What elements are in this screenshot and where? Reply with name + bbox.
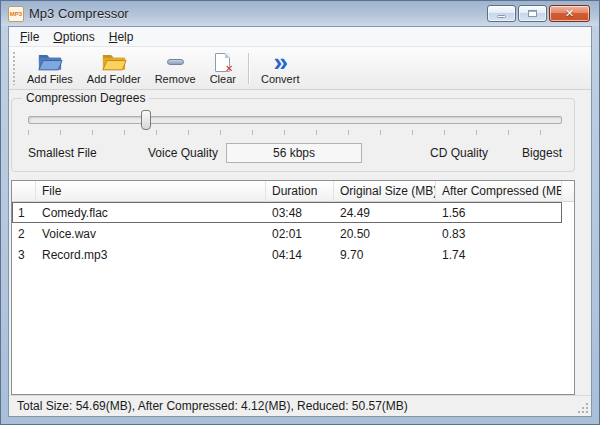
title-bar[interactable]: MP3 Mp3 Compressor ✕ xyxy=(1,1,599,26)
clear-button[interactable]: ✕ Clear xyxy=(203,49,243,88)
toolbar-gripper[interactable] xyxy=(12,52,17,85)
row-duration: 04:14 xyxy=(266,248,334,262)
row-original-size: 20.50 xyxy=(334,227,436,241)
column-header-filler xyxy=(562,181,574,202)
column-header-file[interactable]: File xyxy=(36,181,266,202)
row-index: 2 xyxy=(12,227,36,241)
file-list: File Duration Original Size (MB) After C… xyxy=(11,180,575,395)
column-header-index[interactable] xyxy=(12,181,36,202)
close-button[interactable]: ✕ xyxy=(549,5,590,22)
row-index: 1 xyxy=(12,206,36,220)
row-after-compressed: 1.74 xyxy=(436,248,562,262)
row-after-compressed: 1.56 xyxy=(436,206,562,220)
scale-label-cd-quality: CD Quality xyxy=(430,146,488,160)
scale-label-voice-quality: Voice Quality xyxy=(148,146,218,160)
app-window: MP3 Mp3 Compressor ✕ File Options Help xyxy=(0,0,600,425)
row-index: 3 xyxy=(12,248,36,262)
bitrate-value-box: 56 kbps xyxy=(226,143,362,163)
toolbar-button-label: Add Folder xyxy=(87,73,141,85)
menu-options[interactable]: Options xyxy=(46,29,101,45)
close-icon: ✕ xyxy=(565,8,574,19)
window-controls: ✕ xyxy=(487,5,590,22)
clear-document-icon: ✕ xyxy=(215,52,230,72)
row-duration: 02:01 xyxy=(266,227,334,241)
column-header-after-compressed[interactable]: After Compressed (MB) xyxy=(436,181,562,202)
table-row[interactable]: 2 Voice.wav 02:01 20.50 0.83 xyxy=(12,223,562,244)
window-title: Mp3 Compressor xyxy=(29,6,129,21)
add-folder-icon xyxy=(101,51,127,72)
add-files-folder-icon xyxy=(37,51,63,72)
maximize-button[interactable] xyxy=(518,5,547,22)
column-header-duration[interactable]: Duration xyxy=(266,181,334,202)
toolbar-button-label: Clear xyxy=(210,73,236,85)
menu-help[interactable]: Help xyxy=(102,29,141,45)
toolbar-separator xyxy=(248,53,249,84)
row-original-size: 24.49 xyxy=(334,206,436,220)
menu-file[interactable]: File xyxy=(13,29,46,45)
slider-scale-labels: Smallest File Voice Quality 56 kbps CD Q… xyxy=(28,143,562,163)
compression-slider-track[interactable] xyxy=(28,116,562,124)
toolbar-button-label: Convert xyxy=(261,73,300,85)
minimize-icon xyxy=(497,15,506,18)
app-icon: MP3 xyxy=(8,6,24,22)
toolbar: Add Files Add Folder Remove ✕ xyxy=(9,47,591,90)
compression-degrees-group: Compression Degrees Smallest File Voice … xyxy=(11,98,575,172)
row-duration: 03:48 xyxy=(266,206,334,220)
scale-label-biggest: Biggest xyxy=(522,146,562,160)
menu-bar: File Options Help xyxy=(9,27,591,47)
column-header-original-size[interactable]: Original Size (MB) xyxy=(334,181,436,202)
slider-thumb[interactable] xyxy=(141,110,151,130)
minimize-button[interactable] xyxy=(487,5,516,22)
status-bar: Total Size: 54.69(MB), After Compressed:… xyxy=(9,395,591,416)
status-text: Total Size: 54.69(MB), After Compressed:… xyxy=(17,399,408,413)
slider-ticks xyxy=(28,130,562,135)
remove-button[interactable]: Remove xyxy=(148,49,203,88)
resize-grip-icon[interactable] xyxy=(586,411,588,413)
add-folder-button[interactable]: Add Folder xyxy=(80,49,148,88)
client-area: File Options Help Add Files xyxy=(8,26,592,417)
remove-minus-icon xyxy=(167,52,184,72)
maximize-icon xyxy=(528,10,537,17)
convert-button[interactable]: » Convert xyxy=(254,49,307,88)
row-after-compressed: 0.83 xyxy=(436,227,562,241)
file-list-header: File Duration Original Size (MB) After C… xyxy=(12,181,574,202)
table-row[interactable]: 3 Record.mp3 04:14 9.70 1.74 xyxy=(12,244,562,265)
row-original-size: 9.70 xyxy=(334,248,436,262)
add-files-button[interactable]: Add Files xyxy=(20,49,80,88)
toolbar-button-label: Add Files xyxy=(27,73,73,85)
table-row[interactable]: 1 Comedy.flac 03:48 24.49 1.56 xyxy=(12,202,562,223)
group-label: Compression Degrees xyxy=(22,91,149,105)
convert-chevrons-icon: » xyxy=(273,52,286,72)
scale-label-smallest-file: Smallest File xyxy=(28,146,97,160)
row-file-name: Comedy.flac xyxy=(36,206,266,220)
toolbar-button-label: Remove xyxy=(155,73,196,85)
content-area: Compression Degrees Smallest File Voice … xyxy=(9,90,591,395)
row-file-name: Voice.wav xyxy=(36,227,266,241)
row-file-name: Record.mp3 xyxy=(36,248,266,262)
